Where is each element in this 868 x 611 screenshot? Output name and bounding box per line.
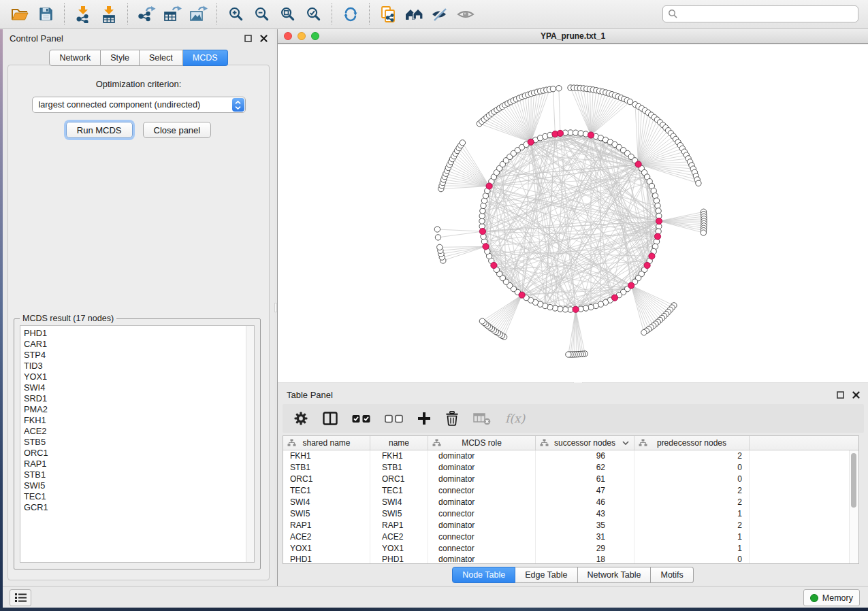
table-row[interactable]: RAP1RAP1dominator352 <box>283 519 858 531</box>
mcds-result-item[interactable]: ORC1 <box>20 448 254 459</box>
memory-button[interactable]: Memory <box>803 589 860 606</box>
tab-style[interactable]: Style <box>101 50 140 66</box>
export-image-icon[interactable] <box>187 3 209 25</box>
network-node <box>556 86 562 91</box>
mcds-result-list: PHD1CAR1STP4TID3YOX1SWI4SRD1PMA2FKH1ACE2… <box>20 326 254 513</box>
mcds-result-item[interactable]: GCR1 <box>20 502 254 513</box>
export-table-icon[interactable] <box>161 3 183 25</box>
mcds-result-scrollbar[interactable] <box>246 326 254 562</box>
float-table-panel-icon[interactable] <box>837 391 844 399</box>
table-row[interactable]: STB1STB1dominator620 <box>283 462 858 474</box>
table-row[interactable]: ORC1ORC1dominator610 <box>283 474 858 485</box>
mcds-result-item[interactable]: RAP1 <box>20 459 254 469</box>
cell-shared-name: TEC1 <box>283 485 370 497</box>
float-panel-icon[interactable] <box>244 35 252 42</box>
tab-network-table[interactable]: Network Table <box>578 567 652 583</box>
refresh-view-icon[interactable] <box>340 3 361 25</box>
mcds-result-item[interactable]: CAR1 <box>20 339 254 350</box>
tab-mcds[interactable]: MCDS <box>183 50 228 66</box>
cell-successor-nodes: 47 <box>536 485 634 497</box>
table-scrollbar-track[interactable] <box>849 450 858 563</box>
mcds-result-item[interactable]: TEC1 <box>20 491 254 502</box>
table-row[interactable]: SWI4SWI4dominator462 <box>283 497 858 508</box>
table-row[interactable]: YOX1YOX1connector291 <box>283 542 858 554</box>
cell-name: FKH1 <box>370 450 428 462</box>
table-row[interactable]: SWI5SWI5connector431 <box>283 508 858 519</box>
mcds-result-item[interactable]: STB5 <box>20 437 254 448</box>
table-row[interactable]: ACE2ACE2connector311 <box>283 531 858 542</box>
table-scrollbar-thumb[interactable] <box>851 453 856 508</box>
criterion-dropdown[interactable]: largest connected component (undirected) <box>32 97 246 113</box>
column-header-mcds-role[interactable]: MCDS role <box>428 436 536 450</box>
close-panel-icon[interactable] <box>260 35 268 42</box>
mcds-result-item[interactable]: ACE2 <box>20 426 254 437</box>
zoom-in-icon[interactable] <box>225 3 246 25</box>
search-input[interactable] <box>678 9 853 20</box>
cell-name: RAP1 <box>370 519 428 531</box>
deselect-all-icon[interactable] <box>385 414 403 423</box>
mcds-result-item[interactable]: SWI5 <box>20 480 254 491</box>
table-row[interactable]: PHD1PHD1dominator180 <box>283 554 858 564</box>
network-node <box>460 140 465 146</box>
tab-network[interactable]: Network <box>49 50 101 66</box>
control-panel-tabs: NetworkStyleSelectMCDS <box>3 50 274 66</box>
column-header-shared-name[interactable]: shared name <box>283 436 370 450</box>
tab-node-table[interactable]: Node Table <box>452 567 515 583</box>
cell-successor-nodes: 46 <box>536 497 634 508</box>
search-box[interactable] <box>662 5 858 22</box>
show-column-icon[interactable] <box>323 412 338 425</box>
save-session-icon[interactable] <box>35 3 57 25</box>
tab-motifs[interactable]: Motifs <box>651 567 693 583</box>
mcds-node <box>483 244 489 250</box>
export-network-icon[interactable] <box>135 3 157 25</box>
add-column-icon[interactable] <box>417 412 431 425</box>
select-all-icon[interactable] <box>352 414 370 423</box>
status-bar: Memory <box>3 586 868 608</box>
network-graph-svg[interactable] <box>278 44 868 382</box>
mcds-result-item[interactable]: YOX1 <box>20 371 254 382</box>
close-table-panel-icon[interactable] <box>852 391 860 399</box>
clone-network-icon[interactable] <box>377 3 399 25</box>
table-row[interactable]: FKH1FKH1dominator962 <box>283 450 858 462</box>
delete-column-icon[interactable] <box>445 411 459 426</box>
node-table-header: shared namenameMCDS rolesuccessor nodesp… <box>283 436 858 450</box>
mcds-result-item[interactable]: TID3 <box>20 361 254 371</box>
column-header-name[interactable]: name <box>370 436 428 450</box>
zoom-fit-icon[interactable] <box>276 3 298 25</box>
network-node <box>566 352 571 357</box>
show-graphics-details-icon[interactable] <box>455 3 477 25</box>
mcds-result-item[interactable]: PHD1 <box>20 328 254 339</box>
mcds-result-item[interactable]: FKH1 <box>20 415 254 426</box>
tab-edge-table[interactable]: Edge Table <box>515 567 577 583</box>
network-canvas[interactable] <box>278 44 868 382</box>
zoom-out-icon[interactable] <box>251 3 272 25</box>
first-neighbors-icon[interactable] <box>403 3 425 25</box>
import-network-icon[interactable] <box>72 3 94 25</box>
mcds-result-item[interactable]: PMA2 <box>20 404 254 415</box>
column-header-successor-nodes[interactable]: successor nodes <box>536 436 634 450</box>
cell-name: TEC1 <box>370 485 428 497</box>
column-header-predecessor-nodes[interactable]: predecessor nodes <box>634 436 750 450</box>
cell-predecessor-nodes: 0 <box>634 462 750 474</box>
network-node <box>434 227 440 232</box>
close-panel-button[interactable]: Close panel <box>143 122 212 138</box>
open-file-icon[interactable] <box>9 3 31 25</box>
mcds-result-item[interactable]: SWI4 <box>20 382 254 393</box>
hide-graphics-details-icon[interactable] <box>429 3 451 25</box>
import-table-icon[interactable] <box>98 3 120 25</box>
mcds-result-item[interactable]: STB1 <box>20 469 254 480</box>
zoom-selected-icon[interactable] <box>302 3 324 25</box>
settings-gear-icon[interactable] <box>293 411 308 426</box>
mcds-node <box>654 233 660 240</box>
mcds-result-item[interactable]: STP4 <box>20 350 254 361</box>
mcds-result-group: MCDS result (17 nodes) PHD1CAR1STP4TID3Y… <box>14 318 261 569</box>
cell-mcds-role: dominator <box>428 450 536 462</box>
task-history-button[interactable] <box>10 589 31 606</box>
vertical-splitter-handle[interactable] <box>274 303 277 312</box>
mcds-node <box>649 253 655 259</box>
table-row[interactable]: TEC1TEC1connector472 <box>283 485 858 497</box>
cell-successor-nodes: 61 <box>536 474 634 485</box>
tab-select[interactable]: Select <box>140 50 183 66</box>
run-mcds-button[interactable]: Run MCDS <box>66 122 133 138</box>
mcds-result-item[interactable]: SRD1 <box>20 393 254 404</box>
